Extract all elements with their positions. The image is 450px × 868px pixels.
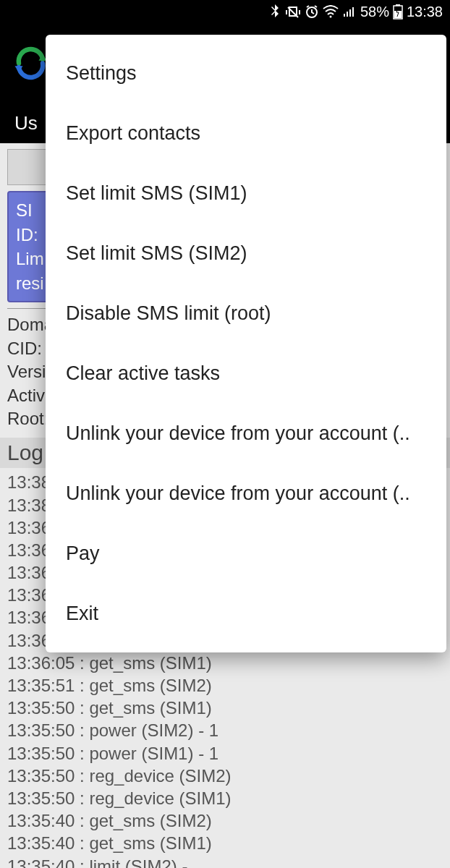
log-entry: 13:35:50 : reg_device (SIM1) <box>7 787 443 809</box>
log-entry: 13:35:50 : power (SIM1) - 1 <box>7 742 443 765</box>
menu-item-disable-sms-limit[interactable]: Disable SMS limit (root) <box>46 284 446 344</box>
menu-item-set-limit-sim2[interactable]: Set limit SMS (SIM2) <box>46 224 446 284</box>
log-entry: 13:35:40 : get_sms (SIM1) <box>7 832 443 854</box>
menu-item-set-limit-sim1[interactable]: Set limit SMS (SIM1) <box>46 163 446 224</box>
log-entry: 13:35:50 : power (SIM2) - 1 <box>7 719 443 741</box>
tab-label[interactable]: Us <box>14 112 38 135</box>
menu-item-settings[interactable]: Settings <box>46 43 446 103</box>
svg-rect-3 <box>396 4 400 6</box>
menu-item-unlink-device-2[interactable]: Unlink your device from your account (.. <box>46 464 446 524</box>
log-entry: 13:36:05 : get_sms (SIM1) <box>7 652 443 674</box>
battery-percent: 58% <box>360 4 389 20</box>
log-entry: 13:35:50 : get_sms (SIM1) <box>7 697 443 719</box>
log-entry: 13:35:51 : get_sms (SIM2) <box>7 674 443 697</box>
log-entry: 13:35:40 : get_sms (SIM2) <box>7 809 443 832</box>
menu-item-exit[interactable]: Exit <box>46 584 446 644</box>
menu-item-clear-active-tasks[interactable]: Clear active tasks <box>46 344 446 404</box>
menu-item-export-contacts[interactable]: Export contacts <box>46 103 446 163</box>
wifi-icon <box>323 5 339 18</box>
battery-icon <box>393 4 403 20</box>
alarm-icon <box>305 4 319 19</box>
clock-time: 13:38 <box>407 4 443 20</box>
signal-icon <box>342 5 357 18</box>
status-bar: 58% 13:38 <box>0 0 450 23</box>
log-entry: 13:35:40 : limit (SIM2) - <box>7 855 443 868</box>
svg-point-1 <box>329 16 331 18</box>
menu-item-unlink-device-1[interactable]: Unlink your device from your account (.. <box>46 404 446 464</box>
overflow-menu: Settings Export contacts Set limit SMS (… <box>46 35 446 652</box>
bluetooth-icon <box>270 4 281 19</box>
menu-item-pay[interactable]: Pay <box>46 524 446 584</box>
app-logo-icon <box>11 43 51 83</box>
vibrate-icon <box>285 4 301 19</box>
log-entry: 13:35:50 : reg_device (SIM2) <box>7 765 443 787</box>
